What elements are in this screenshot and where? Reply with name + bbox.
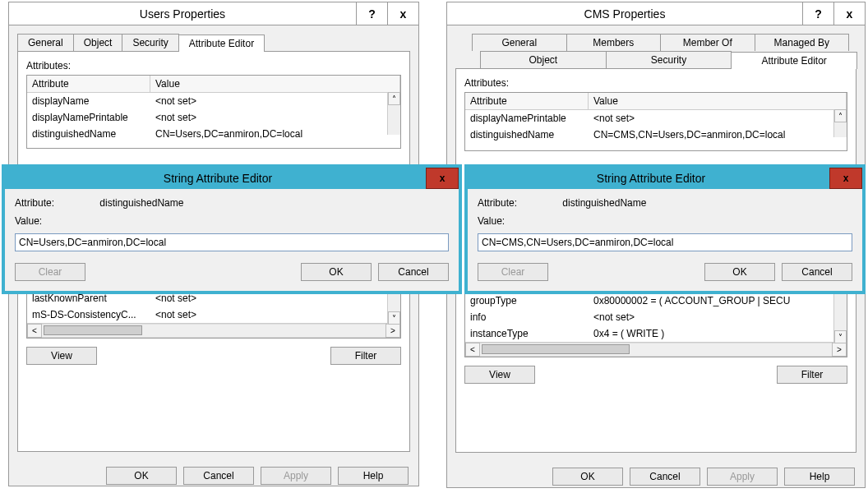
scroll-right-icon[interactable]: > — [832, 343, 847, 357]
column-header-value[interactable]: Value — [150, 76, 400, 92]
clear-button[interactable]: Clear — [478, 263, 548, 281]
column-header-attribute[interactable]: Attribute — [27, 76, 150, 92]
table-row[interactable]: info<not set> — [465, 309, 847, 325]
vertical-scrollbar[interactable]: ˄ — [387, 92, 400, 135]
tab-members[interactable]: Members — [566, 34, 662, 51]
ok-button[interactable]: OK — [301, 263, 372, 281]
attribute-cell: instanceType — [465, 326, 589, 341]
window-title: Users Properties — [9, 7, 356, 21]
attributes-label: Attributes: — [464, 77, 847, 89]
vertical-scrollbar[interactable]: ˅ — [833, 293, 847, 343]
value-input[interactable] — [15, 233, 449, 251]
tab-strip-row1: General Members Member Of Managed By — [472, 34, 848, 51]
tab-member-of[interactable]: Member Of — [660, 34, 755, 51]
cancel-button[interactable]: Cancel — [378, 263, 449, 281]
scroll-up-icon[interactable]: ˄ — [388, 92, 400, 105]
table-row[interactable]: distinguishedNameCN=Users,DC=anmiron,DC=… — [27, 126, 400, 142]
tab-strip: General Object Security Attribute Editor — [17, 34, 410, 51]
tab-attribute-editor[interactable]: Attribute Editor — [731, 52, 857, 69]
attribute-label: Attribute: — [478, 197, 560, 209]
attribute-cell: displayNamePrintable — [465, 111, 589, 126]
cancel-button[interactable]: Cancel — [183, 467, 254, 485]
value-cell: 0x80000002 = ( ACCOUNT_GROUP | SECU — [589, 293, 847, 308]
scroll-left-icon[interactable]: < — [465, 343, 480, 357]
filter-button[interactable]: Filter — [330, 347, 401, 365]
close-button[interactable]: x — [833, 2, 865, 25]
attributes-label: Attributes: — [26, 60, 401, 71]
value-cell: <not set> — [589, 310, 847, 325]
attribute-cell: info — [465, 310, 589, 325]
tab-general[interactable]: General — [472, 34, 567, 51]
dialog-title: String Attribute Editor — [10, 172, 426, 185]
attributes-grid[interactable]: Attribute Value displayNamePrintable<not… — [464, 92, 847, 151]
scroll-up-icon[interactable]: ˄ — [834, 109, 847, 122]
help-button[interactable]: Help — [338, 467, 409, 485]
scroll-right-icon[interactable]: > — [386, 324, 400, 338]
cancel-button[interactable]: Cancel — [630, 468, 700, 486]
value-cell: <not set> — [589, 111, 847, 126]
value-cell: <not set> — [150, 110, 400, 125]
titlebar[interactable]: Users Properties ? x — [9, 2, 418, 25]
attributes-grid-bottom[interactable]: lastKnownParent<not set>mS-DS-Consistenc… — [26, 290, 401, 339]
value-input[interactable] — [478, 233, 852, 251]
close-icon[interactable]: x — [426, 168, 459, 189]
attribute-label: Attribute: — [15, 197, 97, 209]
attribute-cell: displayNamePrintable — [27, 110, 150, 125]
scroll-down-icon[interactable]: ˅ — [834, 330, 847, 343]
attribute-cell: mS-DS-ConsistencyC... — [27, 307, 150, 322]
ok-button[interactable]: OK — [704, 263, 775, 281]
scroll-left-icon[interactable]: < — [27, 324, 42, 338]
help-button[interactable]: ? — [802, 2, 833, 25]
tab-security[interactable]: Security — [122, 34, 178, 51]
apply-button[interactable]: Apply — [261, 467, 331, 485]
titlebar[interactable]: CMS Properties ? x — [447, 2, 865, 25]
tab-managed-by[interactable]: Managed By — [755, 34, 850, 51]
apply-button[interactable]: Apply — [707, 468, 778, 486]
cancel-button[interactable]: Cancel — [782, 263, 852, 281]
table-row[interactable]: displayName<not set> — [27, 93, 400, 109]
table-row[interactable]: displayNamePrintable<not set> — [465, 110, 847, 127]
view-button[interactable]: View — [26, 347, 97, 365]
value-cell: <not set> — [150, 307, 400, 322]
column-header-value[interactable]: Value — [589, 93, 847, 109]
tab-security[interactable]: Security — [606, 51, 732, 68]
column-header-attribute[interactable]: Attribute — [465, 93, 589, 109]
dialog-titlebar[interactable]: String Attribute Editor x — [468, 168, 862, 189]
table-row[interactable]: instanceType0x4 = ( WRITE ) — [465, 325, 847, 342]
close-button[interactable]: x — [387, 2, 418, 25]
view-button[interactable]: View — [464, 366, 535, 384]
dialog-titlebar[interactable]: String Attribute Editor x — [5, 168, 459, 189]
table-row[interactable]: mS-DS-ConsistencyC...<not set> — [27, 306, 400, 323]
tab-strip-row2: Object Security Attribute Editor — [480, 51, 856, 68]
attribute-cell: groupType — [465, 293, 589, 308]
ok-button[interactable]: OK — [552, 468, 623, 486]
table-row[interactable]: distinguishedNameCN=CMS,CN=Users,DC=anmi… — [465, 127, 847, 143]
window-title: CMS Properties — [447, 7, 802, 21]
ok-button[interactable]: OK — [106, 467, 177, 485]
vertical-scrollbar[interactable]: ˄ — [833, 109, 847, 137]
help-button[interactable]: Help — [784, 468, 855, 486]
value-cell: 0x4 = ( WRITE ) — [589, 326, 847, 341]
tab-general[interactable]: General — [17, 34, 74, 51]
tab-attribute-editor[interactable]: Attribute Editor — [178, 35, 265, 52]
horizontal-scrollbar[interactable]: < > — [27, 323, 400, 338]
attributes-grid[interactable]: Attribute Value displayName<not set>disp… — [26, 75, 401, 149]
scroll-down-icon[interactable]: ˅ — [388, 311, 400, 325]
close-icon[interactable]: x — [829, 168, 862, 189]
value-cell: <not set> — [150, 94, 400, 108]
attributes-grid-bottom[interactable]: groupType0x80000002 = ( ACCOUNT_GROUP | … — [464, 293, 847, 357]
clear-button[interactable]: Clear — [15, 263, 85, 281]
tab-object[interactable]: Object — [480, 51, 607, 68]
string-attribute-editor-dialog: String Attribute Editor x Attribute: dis… — [464, 164, 866, 294]
attribute-cell: distinguishedName — [465, 127, 589, 142]
horizontal-scrollbar[interactable]: < > — [465, 342, 847, 357]
vertical-scrollbar[interactable]: ˅ — [387, 290, 400, 325]
table-row[interactable]: groupType0x80000002 = ( ACCOUNT_GROUP | … — [465, 293, 847, 309]
table-row[interactable]: displayNamePrintable<not set> — [27, 109, 400, 126]
tab-object[interactable]: Object — [73, 34, 123, 51]
value-cell: CN=Users,DC=anmiron,DC=local — [150, 127, 400, 141]
help-button[interactable]: ? — [356, 2, 387, 25]
attribute-cell: displayName — [27, 94, 150, 108]
value-label: Value: — [478, 215, 852, 227]
filter-button[interactable]: Filter — [777, 366, 847, 384]
